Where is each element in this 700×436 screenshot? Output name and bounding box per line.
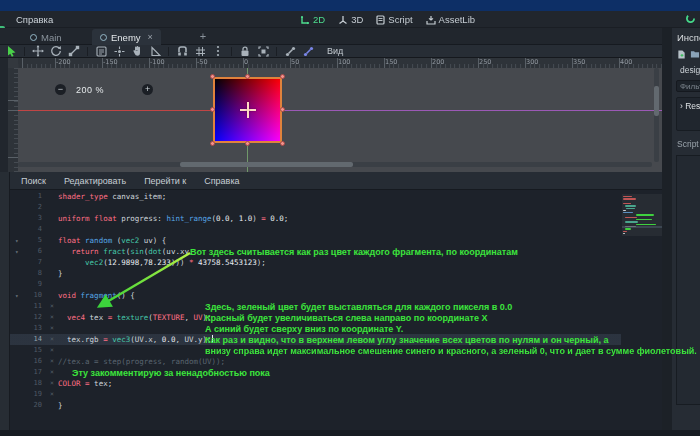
lock-object-button[interactable]	[238, 46, 252, 57]
line-number: 12	[20, 312, 42, 323]
code-line-4[interactable]: 4	[10, 224, 662, 235]
code-minimap[interactable]	[622, 194, 662, 236]
bone-blue-icon	[303, 46, 314, 57]
menu-help[interactable]: Справка	[8, 14, 61, 25]
code-line-1[interactable]: 1shader_type canvas_item;	[10, 191, 662, 202]
zoom-out-button[interactable]: −	[55, 84, 66, 95]
ruler-tool-button[interactable]	[148, 46, 162, 57]
toolbar-separator	[276, 47, 277, 56]
zoom-level-value[interactable]: 200 %	[76, 85, 104, 95]
shader-code-editor[interactable]: 1shader_type canvas_item;23uniform float…	[10, 190, 662, 430]
list-select-button[interactable]	[94, 46, 108, 57]
scene-tab-bar: Main Enemy × +	[0, 28, 662, 45]
code-line-14[interactable]: 14× tex.rgb = vec3(UV.x, 0.0, UV.y);	[10, 334, 662, 345]
code-line-19[interactable]: 19×	[10, 389, 662, 400]
code-line-11[interactable]: 11×	[10, 301, 662, 312]
grid-snap-icon	[195, 46, 206, 57]
code-text: uniform float progress: hint_range(0.0, …	[58, 213, 288, 224]
smart-snap-button[interactable]	[175, 46, 189, 57]
edited-resource-name: design	[680, 65, 700, 75]
scene-tab-enemy[interactable]: Enemy ×	[92, 29, 161, 45]
inspector-filter-input[interactable]: Фильтр	[676, 80, 700, 92]
code-line-10[interactable]: ▾10void fragment() {	[10, 290, 662, 301]
new-resource-icon[interactable]	[677, 49, 686, 60]
script-menu-редактировать[interactable]: Редактировать	[57, 176, 133, 186]
workspace-2d[interactable]: 2D	[296, 14, 329, 25]
scale-tool-button[interactable]	[67, 46, 81, 57]
fold-arrow-icon[interactable]: ▾	[15, 290, 19, 301]
code-line-15[interactable]: 15×	[10, 345, 662, 356]
resize-handle[interactable]	[245, 74, 250, 79]
script-menu-перейти-к[interactable]: Перейти к	[137, 176, 193, 186]
code-line-13[interactable]: 13×	[10, 323, 662, 334]
code-line-5[interactable]: ▾5float random (vec2 uv) {	[10, 235, 662, 246]
code-line-3[interactable]: 3uniform float progress: hint_range(0.0,…	[10, 213, 662, 224]
resize-handle[interactable]	[280, 107, 285, 112]
script-editor-menubar: ПоискРедактироватьПерейти кСправка	[10, 172, 662, 190]
move-pivot-button[interactable]	[112, 46, 126, 57]
line-number: 19	[20, 389, 42, 400]
code-line-9[interactable]: 9	[10, 279, 662, 290]
skeleton-button[interactable]	[283, 46, 297, 57]
code-text: vec2(12.9898,78.233))) * 43758.5453123);	[58, 257, 266, 268]
resize-handle[interactable]	[245, 141, 250, 146]
workspace-3d[interactable]: 3D	[334, 14, 367, 25]
select-tool-button[interactable]	[4, 46, 18, 57]
script-menu-поиск[interactable]: Поиск	[14, 176, 53, 186]
line-number: 13	[20, 323, 42, 334]
minimap-row	[623, 203, 631, 204]
line-number: 20	[20, 400, 42, 411]
code-line-12[interactable]: 12× vec4 tex = texture(TEXTURE, UV);	[10, 312, 662, 323]
move-tool-button[interactable]	[31, 46, 45, 57]
resize-handle[interactable]	[210, 74, 215, 79]
right-dock-splitter[interactable]	[662, 28, 672, 436]
code-line-18[interactable]: 18×COLOR = tex;	[10, 378, 662, 389]
line-marker-icon: ×	[50, 334, 54, 345]
left-dock-splitter[interactable]	[0, 172, 10, 436]
grid-snap-button[interactable]	[193, 46, 207, 57]
ruler-label: 200	[432, 58, 444, 66]
code-line-8[interactable]: 8}	[10, 268, 662, 279]
group-object-button[interactable]	[256, 46, 270, 57]
view-menu[interactable]: Вид	[327, 46, 343, 56]
workspace-script[interactable]: Script	[372, 14, 416, 25]
canvas-vscrollbar[interactable]	[654, 86, 659, 116]
add-scene-tab-button[interactable]: +	[196, 29, 210, 44]
canvas-viewport[interactable]: -200-150-100-50050100150200250300350400 …	[8, 58, 662, 172]
rotate-tool-button[interactable]	[49, 46, 63, 57]
code-line-2[interactable]: 2	[10, 202, 662, 213]
code-line-20[interactable]: 20}	[10, 400, 662, 411]
line-number: 18	[20, 378, 42, 389]
load-resource-folder-icon[interactable]	[690, 49, 700, 59]
close-tab-icon[interactable]: ×	[148, 32, 153, 42]
edited-resource-row[interactable]: design	[672, 60, 700, 75]
line-marker-icon: ×	[50, 389, 54, 400]
resize-handle[interactable]	[210, 141, 215, 146]
scene-tab-main[interactable]: Main	[22, 29, 70, 45]
skeleton-options-button[interactable]	[301, 46, 315, 57]
canvas-hscrollbar[interactable]	[180, 162, 353, 167]
horizontal-ruler: -200-150-100-50050100150200250300350400	[18, 58, 662, 68]
2d-axes-icon	[300, 15, 310, 25]
snap-options-button[interactable]	[211, 46, 225, 57]
resize-handle[interactable]	[210, 107, 215, 112]
shader-preview-sprite[interactable]	[214, 78, 281, 142]
pan-hand-icon	[132, 45, 143, 57]
script-menu-справка[interactable]: Справка	[197, 176, 246, 186]
resize-handle[interactable]	[280, 74, 285, 79]
ruler-label: 400	[620, 58, 632, 66]
minimap-row	[623, 231, 627, 232]
fold-arrow-icon[interactable]: ▾	[15, 235, 19, 246]
code-text: }	[58, 268, 63, 279]
resource-section-header[interactable]: › Resource	[677, 98, 700, 111]
fold-arrow-icon[interactable]: ▾	[15, 246, 19, 257]
pan-tool-button[interactable]	[130, 46, 144, 57]
code-line-17[interactable]: 17×	[10, 367, 662, 378]
code-line-16[interactable]: 16×//tex.a = step(progress, random(UV));	[10, 356, 662, 367]
code-line-7[interactable]: 7 vec2(12.9898,78.233))) * 43758.5453123…	[10, 257, 662, 268]
zoom-in-button[interactable]: +	[142, 84, 153, 95]
line-marker-icon: ×	[50, 378, 54, 389]
workspace-assetlib[interactable]: AssetLib	[422, 14, 479, 25]
code-line-6[interactable]: ▾6 return fract(sin(dot(uv.xy,	[10, 246, 662, 257]
resize-handle[interactable]	[280, 141, 285, 146]
